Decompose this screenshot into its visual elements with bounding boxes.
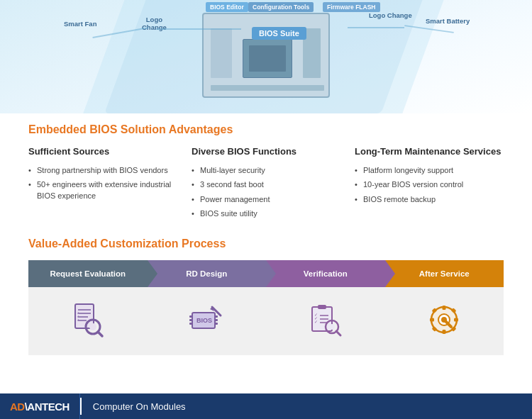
svg-line-31 xyxy=(336,331,340,335)
svg-text:BIOS: BIOS xyxy=(196,317,212,324)
embedded-section-title: Embedded BIOS Solution Advantages xyxy=(28,123,504,136)
brand-block: AD\ANTECH xyxy=(0,393,80,419)
feature-col-sufficient-sources: Sufficient Sources Strong partnership wi… xyxy=(28,146,177,223)
label-config-tools: Configuration Tools xyxy=(248,2,314,12)
top-diagram: Smart Fan LogoChange Logo Change Smart B… xyxy=(0,0,532,113)
step-3-header: Verification xyxy=(266,260,385,287)
motherboard-illustration xyxy=(195,6,337,105)
step-4-icon-area xyxy=(385,287,504,355)
label-bios-editor: BIOS Editor xyxy=(206,2,248,12)
feature-col-long-term: Long-Term Maintenance Services Platform … xyxy=(355,146,504,223)
list-item: Power management xyxy=(192,194,340,205)
brand-logo: AD\ANTECH xyxy=(10,401,70,413)
sufficient-sources-list: Strong partnership with BIOS vendors 50+… xyxy=(28,165,177,201)
list-item: Platform longevity support xyxy=(355,165,504,176)
step-after-service: After Service xyxy=(385,260,504,355)
brand-subtitle: Computer On Modules xyxy=(82,393,197,419)
step-verification: Verification ✓ ✓ ✓ xyxy=(266,260,385,355)
wrench-icon xyxy=(424,300,464,342)
svg-rect-14 xyxy=(189,319,192,321)
search-doc-icon: ✓ ✓ ✓ xyxy=(68,300,108,342)
diverse-functions-title: Diverse BIOS Functions xyxy=(192,146,340,160)
brand-vantech: \ANTECH xyxy=(25,401,70,413)
verify-icon: ✓ ✓ ✓ xyxy=(306,300,345,342)
list-item: Strong partnership with BIOS vendors xyxy=(28,165,177,176)
list-item: 10-year BIOS version control xyxy=(355,179,504,190)
footer-bar: AD\ANTECH Computer On Modules xyxy=(0,393,532,419)
label-logo-change-right: Logo Change xyxy=(369,11,412,19)
svg-rect-13 xyxy=(189,315,192,318)
svg-rect-34 xyxy=(443,306,446,310)
process-steps: Request Evaluation ✓ ✓ ✓ xyxy=(28,260,504,355)
step-1-header: Request Evaluation xyxy=(28,260,148,287)
svg-rect-37 xyxy=(454,318,458,321)
svg-rect-18 xyxy=(215,323,218,325)
label-smart-fan: Smart Fan xyxy=(64,20,96,28)
label-smart-battery: Smart Battery xyxy=(426,17,470,25)
svg-rect-17 xyxy=(215,319,218,321)
step-3-icon-area: ✓ ✓ ✓ xyxy=(266,287,385,355)
step-2-icon-area: BIOS xyxy=(148,287,267,355)
svg-text:✓: ✓ xyxy=(77,318,79,322)
feature-col-diverse-functions: Diverse BIOS Functions Multi-layer secur… xyxy=(192,146,340,223)
svg-line-10 xyxy=(98,332,102,336)
list-item: 3 second fast boot xyxy=(192,179,340,190)
svg-rect-16 xyxy=(215,315,218,318)
svg-point-30 xyxy=(329,324,335,330)
svg-point-43 xyxy=(441,317,447,323)
brand-ad: AD xyxy=(10,401,25,413)
long-term-title: Long-Term Maintenance Services xyxy=(355,146,504,160)
diverse-functions-list: Multi-layer security 3 second fast boot … xyxy=(192,165,340,220)
list-item: BIOS remote backup xyxy=(355,194,504,205)
svg-text:✓: ✓ xyxy=(314,320,318,324)
list-item: 50+ engineers with extensive industrial … xyxy=(28,179,177,201)
value-section-title: Value-Added Customization Process xyxy=(28,238,504,250)
label-firmware-flash: Firmware FLASH xyxy=(323,2,380,12)
step-rd-design: RD Design BIOS xyxy=(148,260,267,355)
list-item: BIOS suite utility xyxy=(192,208,340,219)
svg-rect-22 xyxy=(318,305,326,309)
svg-point-9 xyxy=(89,323,96,330)
step-request-evaluation: Request Evaluation ✓ ✓ ✓ xyxy=(28,260,148,355)
svg-rect-15 xyxy=(189,323,192,325)
step-1-icon-area: ✓ ✓ ✓ xyxy=(28,287,148,355)
sufficient-sources-title: Sufficient Sources xyxy=(28,146,177,160)
list-item: Multi-layer security xyxy=(192,165,340,176)
features-grid: Sufficient Sources Strong partnership wi… xyxy=(28,146,504,223)
label-bios-suite: BIOS Suite xyxy=(252,27,306,40)
step-2-header: RD Design xyxy=(148,260,267,287)
svg-rect-35 xyxy=(443,330,446,334)
step-4-header: After Service xyxy=(385,260,504,287)
long-term-list: Platform longevity support 10-year BIOS … xyxy=(355,165,504,205)
svg-rect-36 xyxy=(430,318,434,321)
bios-chip-icon: BIOS xyxy=(187,300,226,342)
